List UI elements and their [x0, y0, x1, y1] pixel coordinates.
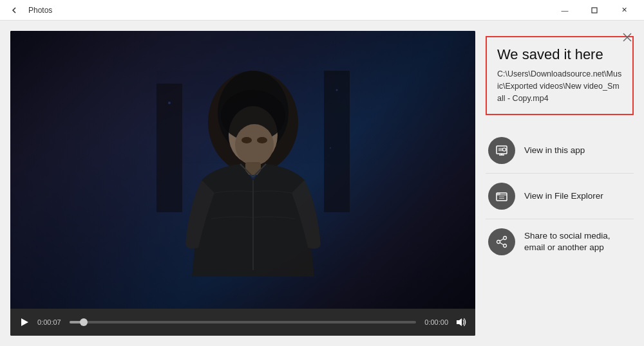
- restore-button[interactable]: [580, 0, 609, 21]
- minimize-button[interactable]: —: [550, 0, 580, 21]
- svg-rect-11: [324, 71, 350, 212]
- window-controls: — ✕: [550, 0, 639, 21]
- svg-point-13: [336, 89, 338, 91]
- action-share[interactable]: Share to social media, email or another …: [486, 222, 634, 262]
- svg-rect-0: [592, 8, 597, 13]
- progress-thumb: [80, 318, 88, 326]
- svg-rect-8: [245, 162, 261, 175]
- svg-point-30: [497, 240, 500, 243]
- title-bar-left: Photos: [5, 1, 52, 19]
- title-bar: Photos — ✕: [0, 0, 644, 21]
- svg-point-6: [242, 137, 252, 143]
- view-explorer-label: View in File Explorer: [524, 190, 603, 202]
- view-explorer-icon: [488, 183, 515, 210]
- video-character: [150, 51, 356, 309]
- svg-point-12: [168, 102, 171, 104]
- svg-marker-16: [457, 318, 462, 326]
- view-app-icon: [488, 137, 515, 164]
- share-label: Share to social media, email or another …: [524, 230, 631, 253]
- total-time: 0:00:00: [422, 318, 448, 326]
- close-button[interactable]: ✕: [609, 0, 639, 21]
- right-panel: We saved it here C:\Users\Downloadsource…: [486, 31, 634, 336]
- svg-point-28: [504, 236, 507, 239]
- main-content: 0:00:07 0:00:00 We sav: [0, 21, 644, 346]
- saved-box: We saved it here C:\Users\Downloadsource…: [486, 36, 634, 115]
- control-bar: 0:00:07 0:00:00: [10, 309, 475, 336]
- svg-line-32: [500, 242, 504, 245]
- play-button[interactable]: [18, 316, 31, 329]
- saved-title: We saved it here: [497, 46, 622, 63]
- current-time: 0:00:07: [37, 318, 63, 326]
- divider-2: [486, 219, 634, 219]
- svg-point-5: [235, 124, 274, 165]
- share-icon: [488, 228, 515, 255]
- svg-line-31: [500, 239, 504, 241]
- action-view-explorer[interactable]: View in File Explorer: [486, 176, 634, 216]
- svg-point-14: [330, 147, 331, 149]
- svg-rect-25: [497, 193, 500, 195]
- video-panel: 0:00:07 0:00:00: [10, 31, 475, 336]
- progress-bar[interactable]: [70, 321, 416, 323]
- view-app-label: View in this app: [524, 145, 585, 156]
- svg-point-21: [503, 148, 506, 151]
- saved-path: C:\Users\Downloadsource.net\Music\Export…: [497, 68, 622, 104]
- video-area[interactable]: [10, 31, 475, 309]
- action-view-app[interactable]: View in this app: [486, 131, 634, 170]
- app-title: Photos: [28, 6, 52, 15]
- svg-point-29: [504, 244, 507, 247]
- svg-point-7: [257, 137, 267, 143]
- divider-1: [486, 173, 634, 174]
- back-button[interactable]: [5, 1, 23, 19]
- panel-close-button[interactable]: [618, 28, 636, 46]
- svg-marker-15: [21, 318, 28, 326]
- volume-button[interactable]: [455, 316, 468, 329]
